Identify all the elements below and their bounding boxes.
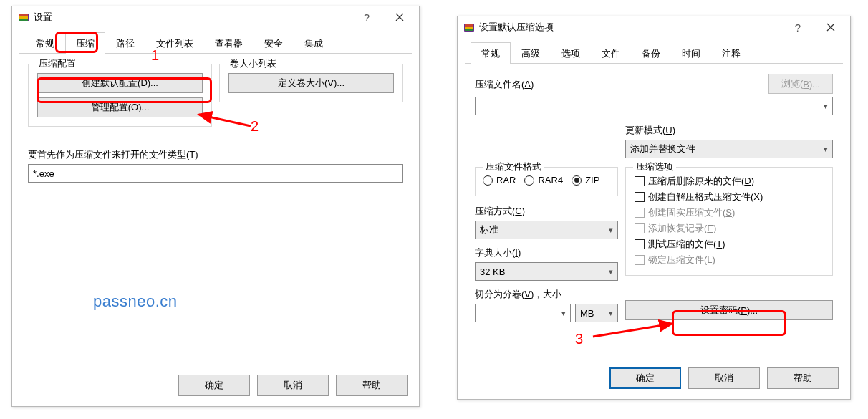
help-titlebar-button[interactable]: ?	[781, 17, 814, 37]
tab-path[interactable]: 路径	[105, 32, 145, 54]
svg-rect-3	[19, 19, 28, 21]
help-button[interactable]: 帮助	[767, 367, 839, 389]
dict-combo[interactable]: 32 KB ▾	[475, 262, 618, 281]
chevron-down-icon: ▾	[609, 226, 613, 235]
chevron-down-icon: ▾	[561, 309, 566, 318]
tab-comment[interactable]: 注释	[711, 42, 751, 64]
manage-profile-button[interactable]: 管理配置(O)...	[37, 97, 203, 117]
check-test[interactable]: 测试压缩的文件(T)	[635, 238, 824, 251]
define-volume-size-button[interactable]: 定义卷大小(V)...	[228, 73, 394, 93]
titlebar: 设置默认压缩选项 ?	[458, 16, 850, 38]
check-recovery: 添加恢复记录(E)	[635, 222, 824, 235]
dict-label: 字典大小(I)	[475, 246, 618, 259]
radio-zip[interactable]: ZIP	[572, 175, 599, 186]
method-combo[interactable]: 标准 ▾	[475, 221, 618, 239]
tab-general[interactable]: 常规	[471, 42, 511, 64]
group-legend: 卷大小列表	[227, 57, 279, 70]
method-value: 标准	[480, 223, 498, 236]
close-titlebar-button[interactable]	[383, 7, 416, 27]
default-compress-options-dialog: 设置默认压缩选项 ? 常规 高级 选项 文件 备份 时间 注释 压缩文件名(A)…	[457, 16, 851, 400]
chevron-down-icon: ▾	[609, 267, 613, 276]
svg-rect-5	[465, 24, 473, 27]
tab-backup[interactable]: 备份	[631, 42, 671, 64]
update-mode-value: 添加并替换文件	[630, 143, 695, 155]
open-as-archive-label: 要首先作为压缩文件来打开的文件类型(T)	[28, 148, 403, 161]
svg-rect-6	[465, 27, 473, 29]
dialog-title: 设置默认压缩选项	[479, 21, 781, 34]
method-label: 压缩方式(C)	[475, 205, 618, 218]
tab-security[interactable]: 安全	[254, 32, 294, 54]
tab-filelist[interactable]: 文件列表	[145, 32, 204, 54]
check-delete-after[interactable]: 压缩后删除原来的文件(D)	[635, 175, 824, 188]
update-mode-combo[interactable]: 添加并替换文件 ▾	[625, 140, 833, 158]
tab-general[interactable]: 常规	[25, 32, 65, 54]
split-label: 切分为分卷(V)，大小	[475, 288, 618, 301]
tab-compress[interactable]: 压缩	[65, 32, 105, 54]
radio-rar4[interactable]: RAR4	[524, 175, 563, 186]
titlebar: 设置 ?	[12, 6, 419, 28]
archive-name-label: 压缩文件名(A)	[475, 78, 534, 91]
svg-rect-1	[19, 14, 28, 16]
chevron-down-icon: ▾	[609, 309, 613, 318]
svg-rect-2	[19, 16, 28, 19]
tab-time[interactable]: 时间	[671, 42, 711, 64]
check-solid: 创建固实压缩文件(S)	[635, 206, 824, 219]
group-options: 压缩选项 压缩后删除原来的文件(D) 创建自解压格式压缩文件(X) 创建固实压缩…	[625, 167, 833, 276]
ok-button[interactable]: 确定	[609, 367, 681, 389]
split-unit-combo[interactable]: MB ▾	[575, 304, 618, 322]
check-lock: 锁定压缩文件(L)	[635, 254, 824, 266]
group-volume: 卷大小列表 定义卷大小(V)...	[219, 64, 403, 102]
winrar-icon	[463, 21, 475, 33]
split-size-combo[interactable]: ▾	[475, 304, 571, 322]
tab-integration[interactable]: 集成	[294, 32, 334, 54]
help-button[interactable]: 帮助	[336, 375, 408, 396]
tab-advanced[interactable]: 高级	[511, 42, 551, 64]
check-sfx[interactable]: 创建自解压格式压缩文件(X)	[635, 191, 824, 203]
tab-bar: 常规 高级 选项 文件 备份 时间 注释	[465, 44, 843, 64]
chevron-down-icon: ▾	[824, 145, 828, 154]
watermark: passneo.cn	[93, 292, 178, 311]
split-unit-value: MB	[580, 308, 594, 319]
help-titlebar-button[interactable]: ?	[350, 7, 383, 27]
ok-button[interactable]: 确定	[178, 375, 250, 396]
cancel-button[interactable]: 取消	[257, 375, 329, 396]
browse-button[interactable]: 浏览(B)...	[768, 74, 833, 94]
dict-value: 32 KB	[480, 266, 505, 277]
group-compress-profiles: 压缩配置 创建默认配置(D)... 管理配置(O)...	[28, 64, 212, 127]
group-legend: 压缩文件格式	[483, 160, 544, 173]
settings-dialog: 设置 ? 常规 压缩 路径 文件列表 查看器 安全 集成 压缩配置 创建默认配置…	[11, 6, 420, 407]
close-titlebar-button[interactable]	[814, 17, 847, 37]
open-as-archive-input[interactable]	[28, 164, 403, 183]
svg-rect-7	[465, 29, 473, 31]
group-format: 压缩文件格式 RAR RAR4 ZIP	[475, 167, 618, 196]
group-legend: 压缩选项	[633, 160, 676, 173]
archive-name-combo[interactable]: ▾	[475, 97, 833, 115]
chevron-down-icon: ▾	[824, 102, 828, 111]
tab-files[interactable]: 文件	[591, 42, 631, 64]
winrar-icon	[18, 11, 29, 23]
tab-viewer[interactable]: 查看器	[204, 32, 254, 54]
tab-bar: 常规 压缩 路径 文件列表 查看器 安全 集成	[19, 34, 412, 54]
group-legend: 压缩配置	[36, 57, 79, 70]
create-default-profile-button[interactable]: 创建默认配置(D)...	[37, 73, 203, 93]
radio-rar[interactable]: RAR	[483, 175, 516, 186]
update-mode-label: 更新模式(U)	[625, 124, 833, 137]
set-password-button[interactable]: 设置密码(P)...	[625, 300, 833, 320]
dialog-title: 设置	[34, 11, 350, 24]
tab-options[interactable]: 选项	[551, 42, 591, 64]
cancel-button[interactable]: 取消	[688, 367, 760, 389]
